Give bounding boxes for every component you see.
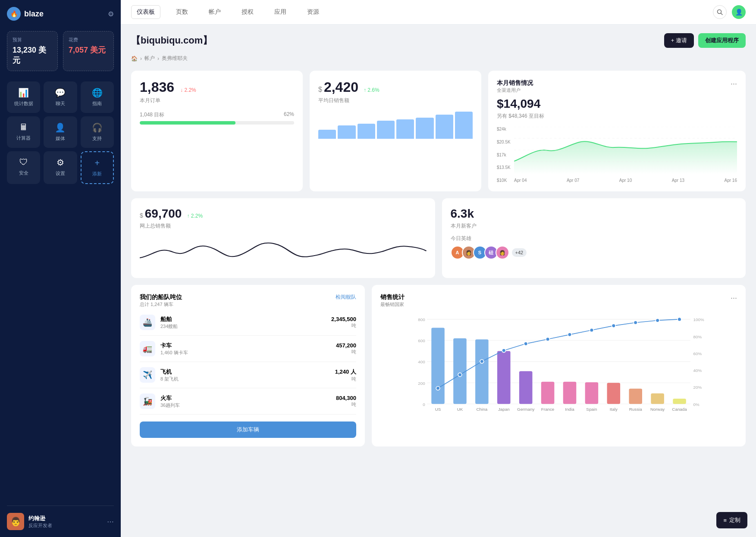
avg-sales-label: 平均日销售额 (318, 97, 473, 104)
breadcrumb: 🏠 › 帐户 › 奥弗维耶夫 (131, 55, 746, 62)
svg-text:Russia: Russia (629, 407, 642, 412)
fleet-plane-name: 飞机 (160, 368, 179, 376)
svg-text:Spain: Spain (586, 407, 597, 412)
add-icon: + (94, 158, 100, 168)
svg-rect-42 (651, 393, 664, 404)
ship-icon: 🚢 (140, 315, 155, 330)
hero-label: 今日英雄 (451, 235, 737, 242)
user-role: 反应开发者 (28, 522, 52, 529)
nav-item-settings[interactable]: ⚙ 设置 (44, 151, 77, 184)
progress-label-text: 1,048 目标 (140, 111, 164, 119)
sales-prefix: $ (318, 86, 322, 94)
nav-item-chat[interactable]: 💬 聊天 (44, 81, 77, 113)
orders-change: ↓ 2.2% (180, 87, 196, 93)
fleet-truck-value: 457,200 吨 (336, 342, 356, 355)
monthly-more-button[interactable]: ··· (731, 79, 737, 88)
orders-value: 1,836 (140, 79, 174, 95)
progress-bar (140, 121, 294, 125)
hero-count: +42 (512, 248, 527, 257)
top-nav-actions: 👤 (713, 5, 746, 19)
breadcrumb-accounts[interactable]: 帐户 (144, 55, 155, 62)
nav-label-settings: 设置 (56, 170, 65, 177)
fleet-truck-unit: 吨 (336, 349, 356, 355)
invite-button[interactable]: + 邀请 (664, 33, 694, 48)
tab-apps[interactable]: 应用 (269, 6, 292, 19)
svg-text:Canada: Canada (672, 407, 687, 412)
svg-point-58 (458, 373, 462, 377)
nav-item-add[interactable]: + 添新 (81, 151, 114, 184)
expense-card: 花费 7,057 美元 (63, 31, 114, 71)
nav-label-support: 支持 (92, 135, 102, 142)
hero-avatars: A 👩 S 硅 👩 +42 (451, 246, 737, 259)
monthly-target: 另有 $48,346 至目标 (497, 112, 737, 120)
nav-item-support[interactable]: 🎧 支持 (81, 116, 114, 148)
sales-chart-subtitle: 最畅销国家 (380, 301, 405, 308)
user-name: 约翰逊 (28, 515, 52, 522)
monthly-svg (514, 127, 737, 174)
user-menu-icon[interactable]: ⋯ (107, 518, 114, 526)
svg-text:0%: 0% (693, 402, 699, 407)
fleet-ship-amount: 2,345,500 (331, 316, 356, 322)
bar-6 (436, 115, 453, 139)
total-sales-prefix: $ (140, 212, 143, 219)
content-area: 【biqubiqu.com】 + 邀请 创建应用程序 🏠 › 帐户 › 奥弗维耶… (121, 25, 756, 537)
expense-label: 花费 (69, 37, 108, 43)
total-sales-change: ↑ 2.2% (187, 213, 203, 219)
nav-item-media[interactable]: 👤 媒体 (44, 116, 77, 148)
budget-label: 预算 (13, 37, 52, 43)
fleet-train-desc: 36趟列车 (160, 402, 180, 409)
bar-5 (416, 118, 433, 139)
svg-text:Germany: Germany (517, 407, 534, 412)
nav-label-guide: 指南 (92, 100, 102, 107)
tab-accounts[interactable]: 帐户 (204, 6, 226, 19)
tab-dashboard[interactable]: 仪表板 (131, 5, 160, 19)
chat-icon: 💬 (55, 87, 66, 98)
fleet-item-truck: 🚛 卡车 1,460 辆卡车 457,200 吨 (140, 336, 356, 362)
svg-text:100%: 100% (693, 317, 704, 322)
settings-icon: ⚙ (56, 157, 64, 168)
nav-item-security[interactable]: 🛡 安全 (7, 151, 40, 184)
svg-point-67 (656, 318, 659, 322)
customize-label: 定制 (729, 516, 740, 524)
nav-label-chat: 聊天 (56, 100, 65, 107)
tab-resources[interactable]: 资源 (302, 6, 324, 19)
create-app-button[interactable]: 创建应用程序 (698, 33, 746, 48)
nav-item-calc[interactable]: 🖩 计算器 (7, 116, 40, 148)
calc-icon: 🖩 (19, 122, 28, 132)
page-actions: + 邀请 创建应用程序 (664, 33, 746, 48)
svg-text:Italy: Italy (610, 407, 618, 412)
nav-item-stats[interactable]: 📊 统计数据 (7, 81, 40, 113)
svg-point-66 (634, 321, 637, 325)
wavy-chart (140, 235, 427, 269)
sidebar-settings-icon[interactable]: ⚙ (108, 10, 114, 18)
page-title: 【biqubiqu.com】 (131, 34, 212, 47)
fleet-subtitle: 总计 1,247 辆车 (140, 301, 182, 308)
customize-button[interactable]: ≡ 定制 (716, 512, 747, 528)
svg-rect-24 (453, 338, 467, 404)
fleet-item-ship: 🚢 船舶 234艘船 2,345,500 吨 (140, 309, 356, 336)
search-button[interactable] (713, 5, 727, 19)
fleet-ship-info: 船舶 234艘船 (160, 315, 178, 330)
fleet-item-train: 🚂 火车 36趟列车 804,300 吨 (140, 388, 356, 415)
sales-more-button[interactable]: ··· (731, 293, 737, 303)
search-icon (717, 9, 723, 15)
avg-sales-value: 2,420 (324, 79, 358, 95)
svg-rect-36 (585, 382, 599, 404)
nav-item-guide[interactable]: 🌐 指南 (81, 81, 114, 113)
svg-text:China: China (476, 407, 487, 412)
svg-line-51 (548, 334, 570, 339)
fleet-link[interactable]: 检阅舰队 (336, 293, 356, 301)
svg-text:UK: UK (457, 407, 463, 412)
svg-rect-40 (629, 389, 642, 404)
breadcrumb-home[interactable]: 🏠 (131, 56, 138, 62)
security-icon: 🛡 (19, 157, 28, 167)
svg-point-59 (480, 359, 484, 363)
add-vehicle-button[interactable]: 添加车辆 (140, 421, 356, 438)
tab-pages[interactable]: 页数 (171, 6, 193, 19)
user-profile-button[interactable]: 👤 (732, 5, 746, 19)
svg-text:400: 400 (418, 359, 425, 364)
svg-point-61 (524, 342, 528, 346)
fleet-ship-name: 船舶 (160, 315, 178, 323)
tab-auth[interactable]: 授权 (236, 6, 259, 19)
bar-1 (338, 125, 355, 139)
